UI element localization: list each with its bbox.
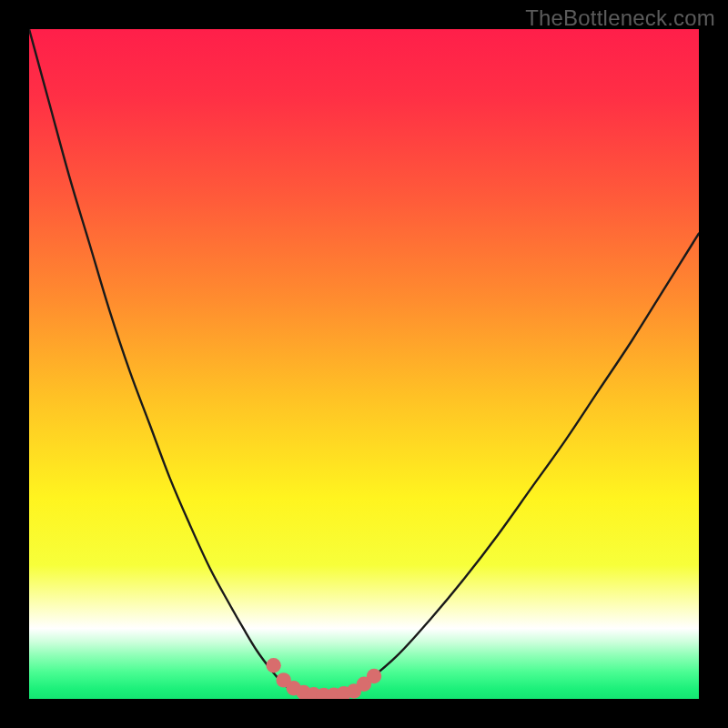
chart-plot [29,29,699,699]
valley-dot [367,669,381,683]
chart-frame: TheBottleneck.com [0,0,728,728]
chart-svg [29,29,699,699]
watermark-text: TheBottleneck.com [525,5,715,31]
gradient-background [29,29,699,699]
valley-dot [266,658,280,672]
